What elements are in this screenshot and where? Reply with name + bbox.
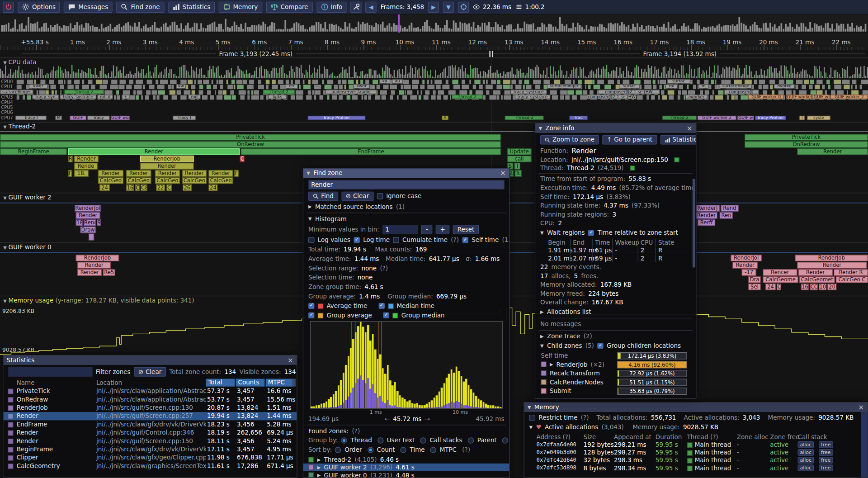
timeline-zone[interactable]: 16 <box>801 284 809 290</box>
thread-value[interactable]: Thread-2 <box>567 165 594 172</box>
collapse-arrow-icon[interactable]: ▼ <box>3 245 7 250</box>
statistics-row[interactable]: RenderJobjni/../jni/src/guif/Screen.cpp:… <box>3 404 297 412</box>
timeline-zone[interactable]: 24 <box>209 185 218 191</box>
timeline-zone[interactable]: Ren <box>720 212 733 219</box>
timeline-zone[interactable]: CC <box>810 284 817 290</box>
memory-column-header[interactable]: Call stack <box>797 434 827 441</box>
cpu-zone[interactable]: GUIF w <box>737 116 754 120</box>
cpu-zone[interactable]: GUIF worker 2 <box>698 116 736 120</box>
memory-button[interactable]: Memory <box>219 1 262 12</box>
cpu-zone[interactable]: ka <box>379 79 390 84</box>
statistics-button[interactable]: Statistics <box>660 135 696 145</box>
timeline-zone[interactable]: Render <box>732 262 758 269</box>
cpu-zone[interactable]: rworker <box>685 95 708 99</box>
timeline-zone[interactable]: C <box>135 185 140 191</box>
clear-button[interactable]: ⊘Clear <box>341 192 373 201</box>
wait-column-header[interactable]: Begin <box>548 239 565 246</box>
timeline-zone[interactable]: Rend <box>84 219 96 226</box>
cpu-zone[interactable]: kw <box>176 85 186 89</box>
cpu-zone[interactable]: rworke <box>774 85 795 89</box>
collapse-arrow-icon[interactable]: ▼ <box>538 126 542 131</box>
timeline-zone[interactable]: PrivateTick <box>745 134 868 141</box>
statistics-row[interactable]: EndFramejni/../jni/src/claw/gfx/drv/vk/D… <box>3 420 297 428</box>
self-time-checkbox[interactable] <box>462 237 468 243</box>
cpu-zone[interactable]: GUIF worker 2 <box>830 95 868 99</box>
expand-arrow-icon[interactable]: ▶ <box>317 473 321 478</box>
legend-checkbox[interactable] <box>308 312 314 318</box>
wait-column-header[interactable]: End <box>570 239 585 246</box>
timeline-zone[interactable]: Render <box>155 170 180 177</box>
search-input[interactable] <box>308 180 504 189</box>
timeline-zone[interactable]: CalcGeo <box>126 177 151 184</box>
column-header-name[interactable]: Name <box>17 379 35 387</box>
timeline-zone[interactable]: RenderJol <box>75 205 101 212</box>
timeline-zone[interactable]: C <box>777 284 781 290</box>
timeline-zone[interactable]: CalcGeome <box>763 276 798 283</box>
histogram-plot[interactable] <box>310 321 503 408</box>
memory-allocation-row[interactable]: 0x7dfc42d64032 bytes298.3 ms59.95 sMain … <box>524 456 868 464</box>
cpu-zone[interactable]: Trac <box>569 116 588 120</box>
timeline-zone[interactable]: Draw <box>80 227 96 233</box>
help-marker[interactable]: (?) <box>380 265 388 272</box>
compare-button[interactable]: Compare <box>266 1 313 12</box>
messages-button[interactable]: Messages <box>64 1 113 12</box>
cpu-zone[interactable]: Tracy I <box>173 116 196 120</box>
timeline-zone[interactable]: Render <box>76 212 100 219</box>
cpu-zone[interactable]: surfac <box>667 79 690 84</box>
timeline-zone[interactable]: PrivateTick <box>0 134 501 141</box>
timeline-zone[interactable]: RenderJob <box>76 255 119 261</box>
timeline-zone[interactable]: RenderJol <box>731 255 762 261</box>
memory-column-header[interactable]: Duration <box>656 434 682 441</box>
cpu-zone[interactable]: kwor <box>353 85 370 89</box>
cpu-zone[interactable]: Thread-2 <box>662 116 696 120</box>
timeline-zone[interactable]: Rencer <box>763 269 797 276</box>
wait-column-header[interactable]: Wakeup <box>612 239 639 246</box>
timeline-zone[interactable]: Tc <box>515 170 522 177</box>
sort-radio[interactable] <box>401 447 406 453</box>
min-bin-input[interactable] <box>382 225 418 234</box>
timeline-zone[interactable]: Render <box>209 170 233 177</box>
timeline-zone[interactable]: T <box>514 163 520 170</box>
memory-column-header[interactable]: Size <box>584 434 596 441</box>
timeline-zone[interactable]: 24 <box>99 185 109 191</box>
cpu-zone[interactable]: syste <box>807 116 830 120</box>
cpu-zone[interactable]: au <box>392 79 403 84</box>
wait-column-header[interactable]: CPU <box>638 239 653 246</box>
statistics-row[interactable]: Renderjni/../jni/src/guif/Screen.cpp:257… <box>3 412 297 420</box>
find-zone-button[interactable]: Find zone <box>117 1 165 12</box>
timeline-zone[interactable]: Render <box>182 170 207 177</box>
location-value[interactable]: jni/../jni/src/guif/Screen.cpp:150 <box>571 156 668 163</box>
memory-column-header[interactable]: Appeared at <box>614 434 651 441</box>
find-button[interactable]: Find <box>308 192 338 201</box>
goto-frame-button[interactable] <box>458 1 469 12</box>
free-callstack-button[interactable]: free <box>819 464 833 471</box>
timeline-zone[interactable]: Render <box>77 262 110 269</box>
timeline-zone[interactable]: Update <box>507 148 532 155</box>
cpu-zone[interactable]: + <box>122 95 129 99</box>
timeline-zone[interactable]: F <box>234 170 239 177</box>
timeline-zone[interactable]: Rend <box>721 205 738 212</box>
scrollbar-track[interactable] <box>861 412 868 477</box>
frame-segment[interactable]: Frame 3,193 (22.45 ms) <box>22 50 489 58</box>
cpu-zone[interactable]: Tracy Profiler <box>308 116 365 120</box>
timeline-zone[interactable]: EndFrame <box>241 148 501 155</box>
frame-labels-row[interactable]: Frame 3,193 (22.45 ms) Frame 3,194 (13.9… <box>0 50 868 58</box>
section-header-thread2[interactable]: ▼Thread-2 <box>3 123 36 130</box>
cpu-zone[interactable]: Tracy I <box>15 116 47 120</box>
cpu-zone[interactable]: GUIF worke <box>786 95 811 99</box>
cpu-zone[interactable]: audioserver /audio <box>326 90 377 94</box>
timeline-zone[interactable]: 20 <box>828 284 837 290</box>
timeline-zone[interactable]: Rerff <box>698 219 715 226</box>
cpu-zone[interactable]: composer@2.1-se (HW <box>587 95 637 99</box>
help-marker[interactable]: (?) <box>451 237 459 244</box>
zone-info-titlebar[interactable]: ▼Zone info× <box>535 123 696 133</box>
timeline-zone[interactable]: CalcGeo <box>182 177 207 184</box>
timeline-zone[interactable]: Render <box>77 269 102 276</box>
sort-radio[interactable] <box>368 447 373 453</box>
timeline-zone[interactable]: RenderJob <box>795 255 868 261</box>
child-zone-row[interactable]: CalcRenderNodes51.51 μs (1.15%) <box>535 378 696 387</box>
help-marker[interactable]: (?) <box>352 427 360 435</box>
memory-column-header[interactable]: Thread (?) <box>687 434 718 441</box>
timeline-zone[interactable]: 22 <box>156 185 165 191</box>
memory-column-header[interactable]: Zone alloc <box>737 434 769 441</box>
